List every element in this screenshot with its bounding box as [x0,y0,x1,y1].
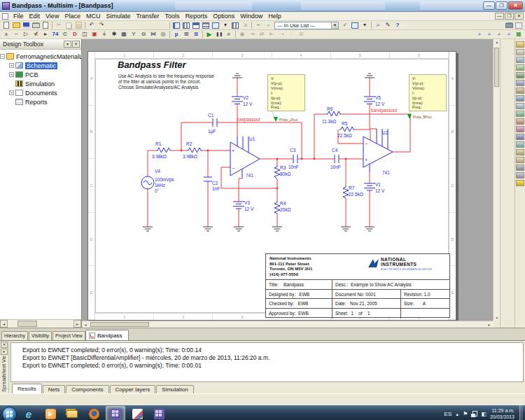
menu-transfer[interactable]: Transfer [133,13,162,20]
function-generator-icon[interactable] [516,49,524,55]
battery-v5[interactable] [364,97,375,104]
wattmeter-icon[interactable] [516,57,524,63]
place-ttl-button[interactable]: 74 [50,30,60,38]
stop-simulation-button[interactable]: ■ [224,30,234,38]
tree-item-reports[interactable]: Reports [0,97,81,106]
start-button[interactable] [2,407,17,420]
in-use-list-arrow-icon[interactable]: ▼ [331,22,338,29]
multimeter-icon[interactable] [516,41,524,48]
place-peripherals-button[interactable]: ▦ [119,30,129,38]
menu-file[interactable]: File [10,13,27,20]
scroll-right-icon[interactable]: ► [486,323,493,327]
resistor-r2[interactable] [187,148,202,153]
iv-analyzer-icon[interactable] [516,118,524,125]
place-misc-button[interactable]: ✱ [109,30,119,38]
hscroll-thumb[interactable] [90,322,149,327]
tab-visibility[interactable]: Visibility [29,331,52,340]
resistor-r7[interactable] [343,186,349,198]
edit-in-place-button[interactable]: ✎ [383,21,393,29]
place-indicator-button[interactable]: ▣ [90,30,99,38]
collapse-icon[interactable]: − [0,54,5,59]
breadboard-view-button[interactable] [230,21,240,29]
place-mcu-button[interactable]: µ [172,30,181,38]
place-wire-button[interactable]: ⌁ [253,21,263,29]
menu-edit[interactable]: Edit [27,13,43,20]
word-generator-icon[interactable] [516,95,524,102]
mdi-close-button[interactable]: ✕ [514,13,524,20]
tree-item-documents[interactable]: + Documents [0,88,81,97]
tree-item-simulation[interactable]: Simulation [0,79,81,88]
place-bus-line-button[interactable]: ≣ [191,30,201,38]
panel-menu-button[interactable]: ▾ [64,41,71,48]
paste-button[interactable] [74,21,83,29]
network-analyzer-icon[interactable] [516,141,524,148]
resistor-r1[interactable] [156,148,172,153]
tektronix-oscilloscope-icon[interactable] [516,172,524,178]
minimize-button[interactable]: — [483,1,495,10]
scroll-right-icon[interactable]: ► [74,320,81,328]
mdi-minimize-button[interactable]: — [495,13,504,20]
menu-tools[interactable]: Tools [162,13,183,20]
flag-tray-icon[interactable]: ⚑ [463,412,468,417]
place-cmos-button[interactable]: C [60,30,70,38]
place-power-button[interactable]: ⏚ [99,30,109,38]
spectrum-analyzer-icon[interactable] [516,134,524,140]
place-transistor-button[interactable]: ⊀ [31,30,41,38]
resistor-r6[interactable] [326,111,342,116]
results-message-area[interactable]: Export to EWNET completed; 0 error(s), 0… [10,342,524,382]
run-simulation-button[interactable]: ▶ [204,30,214,38]
find-button[interactable]: ⌕ [373,21,383,29]
logic-converter-icon[interactable] [516,103,524,109]
panel-close-button[interactable]: ✕ [72,41,80,48]
agilent-multimeter-icon[interactable] [516,157,524,163]
redo-button[interactable]: ↷ [97,21,106,29]
description-box-button[interactable] [514,21,524,29]
restore-button[interactable]: ❐ [496,1,507,10]
zoom-area-button[interactable]: ⌕ [494,30,504,38]
copy-button[interactable] [64,21,74,29]
ground-symbols[interactable] [143,74,374,231]
erc-check-button[interactable]: ✓ [340,21,350,29]
capture-area-button[interactable] [350,21,360,29]
step-over-button[interactable]: ⇄ [257,30,267,38]
pause-at-next-step-button[interactable]: ◉ [237,30,247,38]
resistor-r3[interactable] [274,165,280,179]
probe-readout-bp[interactable]: V:V(p-p):V(rms):I:I(p-p):I(rms):Freq.: [409,74,447,111]
expand-icon[interactable]: + [9,72,14,77]
menu-view[interactable]: View [43,13,62,20]
place-misc-digital-button[interactable]: D [70,30,80,38]
file-explorer-taskbar-icon[interactable] [62,406,82,420]
step-into-button[interactable]: ⇥ [247,30,257,38]
expand-icon[interactable]: + [9,90,14,95]
save-button[interactable] [21,21,31,29]
opamp-u1[interactable]: +− [230,142,260,176]
menu-mcu[interactable]: MCU [83,13,104,20]
place-rf-button[interactable]: Y [129,30,139,38]
scroll-left-icon[interactable]: ◄ [82,323,89,327]
tree-item-pcb[interactable]: + PCB [0,70,81,79]
distortion-analyzer-icon[interactable] [516,126,524,132]
capacitor-c4[interactable] [335,155,339,163]
place-basic-button[interactable]: ~ [11,30,21,38]
paint-palette-taskbar-icon[interactable] [127,406,147,420]
toggle-grid-button[interactable] [172,21,181,29]
schematic-sheet[interactable]: ABCDE ABCDE 123456 123456 Bandpass Filte… [88,51,456,321]
oscilloscope-icon[interactable] [516,64,524,71]
tray-expand-icon[interactable]: ▲ [455,412,459,416]
zoom-in-button[interactable]: ⌕ [475,30,484,38]
place-connector-button[interactable]: ◎ [158,30,168,38]
new-button[interactable] [1,21,11,29]
capacitor-c1[interactable] [213,118,217,127]
scroll-down-icon[interactable]: ▼ [493,316,500,320]
component-wizard-button[interactable] [201,21,211,29]
tree-item-schematic[interactable]: + Schematic [0,61,81,70]
step-out-button[interactable]: ⇤ [267,30,276,38]
menu-place[interactable]: Place [62,13,83,20]
battery-v1[interactable] [364,183,375,190]
mdi-restore-button[interactable]: ❐ [505,13,514,20]
firefox-taskbar-icon[interactable] [84,406,104,420]
fullscreen-button[interactable]: ▦ [514,30,524,38]
help-button[interactable]: ? [393,21,402,29]
frequency-counter-icon[interactable] [516,88,524,94]
panel-close-button[interactable]: ✕ [1,342,8,348]
